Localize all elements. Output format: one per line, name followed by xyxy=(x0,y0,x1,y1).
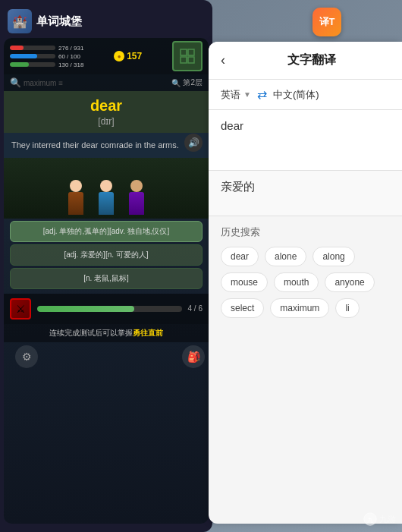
language-selector: 英语 ▼ ⇄ 中文(简体) xyxy=(209,80,402,110)
char-head-3 xyxy=(130,180,143,192)
character-1 xyxy=(63,177,90,215)
char-body-3 xyxy=(129,192,144,215)
level-icon: ⚔ xyxy=(10,298,31,320)
answer-option-3[interactable]: [n. 老鼠,鼠标] xyxy=(10,268,203,289)
svg-text:九: 九 xyxy=(367,517,373,524)
history-tag-maximum[interactable]: maximum xyxy=(270,298,329,318)
char-body-1 xyxy=(68,192,83,215)
coin-icon: ● xyxy=(114,51,124,61)
svg-rect-0 xyxy=(181,49,187,55)
character-2 xyxy=(93,177,120,215)
history-tag-along[interactable]: along xyxy=(312,247,354,266)
translation-input-text: dear xyxy=(221,119,390,132)
search-bar: 🔍 maximum ≡ 🔍 第2层 xyxy=(4,74,209,91)
history-section: 历史搜索 dear alone along mouse mouth anyone… xyxy=(209,216,402,327)
history-title: 历史搜索 xyxy=(221,225,390,239)
bottom-nav: ⚙ 🎒 xyxy=(8,345,209,368)
target-language-button[interactable]: 中文(简体) xyxy=(273,88,319,102)
translation-header: ‹ 文字翻译 xyxy=(209,42,402,80)
history-tag-dear[interactable]: dear xyxy=(221,247,259,266)
history-tag-select[interactable]: select xyxy=(221,298,264,318)
back-button[interactable]: ‹ xyxy=(221,52,225,68)
character-3 xyxy=(124,177,150,215)
game-title-text: 单词城堡 xyxy=(36,14,82,29)
watermark: 九 九游 xyxy=(363,512,396,526)
translation-result-text: 亲爱的 xyxy=(221,180,390,194)
swap-languages-button[interactable]: ⇄ xyxy=(257,87,267,102)
game-panel: 276 / 931 60 / 100 130 / 318 ● 157 xyxy=(0,0,212,532)
history-tag-alone[interactable]: alone xyxy=(265,247,306,266)
map-icon[interactable] xyxy=(172,41,203,71)
translator-app-icon[interactable]: 译T xyxy=(312,8,341,36)
character-area xyxy=(4,158,209,219)
watermark-logo: 九 xyxy=(363,512,377,526)
translation-title: 文字翻译 xyxy=(233,52,390,68)
history-tags: dear alone along mouse mouth anyone sele… xyxy=(221,247,390,318)
source-language-button[interactable]: 英语 ▼ xyxy=(221,88,251,102)
translation-input-area[interactable]: dear xyxy=(209,110,402,171)
answer-option-2[interactable]: [adj. 亲爱的][n. 可爱的人] xyxy=(10,244,203,266)
nav-icon-1[interactable]: ⚙ xyxy=(15,345,38,368)
mp-row: 60 / 100 xyxy=(10,53,83,60)
search-hint: 🔍 maximum ≡ xyxy=(10,77,63,88)
history-tag-li[interactable]: li xyxy=(335,298,359,318)
history-tag-anyone[interactable]: anyone xyxy=(325,272,374,292)
coin-area: ● 157 xyxy=(114,51,142,61)
speaker-button[interactable]: 🔊 xyxy=(184,134,203,152)
history-tag-mouth[interactable]: mouth xyxy=(274,272,319,292)
motivational-text: 连续完成测试后可以掌握勇往直前 xyxy=(4,324,209,342)
stat-bars: 276 / 931 60 / 100 130 / 318 xyxy=(10,45,83,68)
progress-bar xyxy=(37,306,182,312)
game-title-icon: 🏰 xyxy=(8,9,32,33)
main-word: dear xyxy=(10,97,203,115)
word-section: dear [dɪr] xyxy=(4,91,209,133)
char-head-2 xyxy=(100,180,112,192)
characters xyxy=(63,177,150,215)
source-lang-arrow: ▼ xyxy=(243,90,251,99)
svg-rect-3 xyxy=(188,57,194,63)
translation-panel: ‹ 文字翻译 英语 ▼ ⇄ 中文(简体) dear 亲爱的 历史搜索 dear … xyxy=(209,42,402,524)
phonetic: [dɪr] xyxy=(10,116,203,127)
game-content: 276 / 931 60 / 100 130 / 318 ● 157 xyxy=(4,38,209,524)
char-head-1 xyxy=(70,180,82,192)
char-body-2 xyxy=(99,192,114,215)
nav-icon-2[interactable]: 🎒 xyxy=(182,345,205,368)
svg-rect-1 xyxy=(188,49,194,55)
translator-icon-label: 译T xyxy=(319,15,335,29)
stamina-row: 130 / 318 xyxy=(10,61,83,68)
hp-row: 276 / 931 xyxy=(10,45,83,52)
progress-bar-fill xyxy=(37,306,134,312)
svg-rect-2 xyxy=(181,57,187,63)
translation-result-area: 亲爱的 xyxy=(209,171,402,216)
answer-options: [adj. 单独的,孤单的][adv. 独自地,仅仅] [adj. 亲爱的][n… xyxy=(4,221,209,289)
hud-bar: 276 / 931 60 / 100 130 / 318 ● 157 xyxy=(4,38,209,74)
floor-badge: 🔍 第2层 xyxy=(171,77,203,88)
example-section: They interred their dear comrade in the … xyxy=(4,133,209,158)
history-tag-mouse[interactable]: mouse xyxy=(221,272,268,292)
progress-count: 4 / 6 xyxy=(188,304,203,313)
answer-option-1[interactable]: [adj. 单独的,孤单的][adv. 独自地,仅仅] xyxy=(10,221,203,242)
game-title-bar: 🏰 单词城堡 xyxy=(8,9,82,33)
progress-section: ⚔ 4 / 6 xyxy=(4,294,209,324)
